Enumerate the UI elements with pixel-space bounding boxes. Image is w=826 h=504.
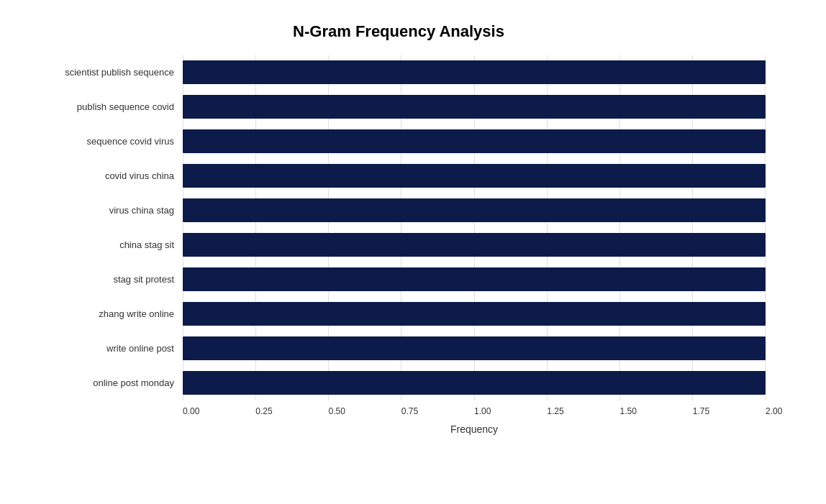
bar [183,198,766,223]
bar-label: online post monday [32,377,183,388]
chart-area: scientist publish sequencepublish sequen… [32,55,766,400]
bar-track [183,55,766,90]
bar [183,371,766,395]
bar-track [183,124,766,159]
x-axis-label: Frequency [183,423,766,435]
bar [183,129,766,154]
bar-row: online post monday [32,366,766,400]
bars-container: scientist publish sequencepublish sequen… [32,55,766,400]
bar-track [183,228,766,262]
bar-row: zhang write online [32,297,766,331]
bar-track [183,297,766,331]
bar-label: china stag sit [32,239,183,250]
bar [183,267,766,292]
bar [183,336,766,361]
bar-track [183,262,766,297]
bar-label: stag sit protest [32,274,183,285]
bar-row: stag sit protest [32,262,766,297]
bar-track [183,193,766,228]
bar-track [183,159,766,193]
bar-row: sequence covid virus [32,124,766,159]
bar-track [183,366,766,400]
bar-label: sequence covid virus [32,136,183,147]
bar [183,60,766,85]
bar-label: scientist publish sequence [32,67,183,78]
bar-row: scientist publish sequence [32,55,766,90]
bar-row: virus china stag [32,193,766,228]
bar-row: covid virus china [32,159,766,193]
bar-track [183,331,766,366]
bar [183,233,766,257]
bar [183,164,766,188]
bar-label: zhang write online [32,308,183,319]
chart-container: N-Gram Frequency Analysis scientist publ… [17,8,809,497]
bar-row: write online post [32,331,766,366]
bar-row: china stag sit [32,228,766,262]
bar-label: covid virus china [32,170,183,181]
bar [183,95,766,119]
chart-title: N-Gram Frequency Analysis [32,22,766,41]
bar-track [183,90,766,124]
bar [183,302,766,326]
bar-label: virus china stag [32,205,183,216]
bar-label: write online post [32,343,183,354]
x-axis: 0.000.250.500.751.001.251.501.752.00 [183,406,766,416]
bar-row: publish sequence covid [32,90,766,124]
bar-label: publish sequence covid [32,101,183,112]
